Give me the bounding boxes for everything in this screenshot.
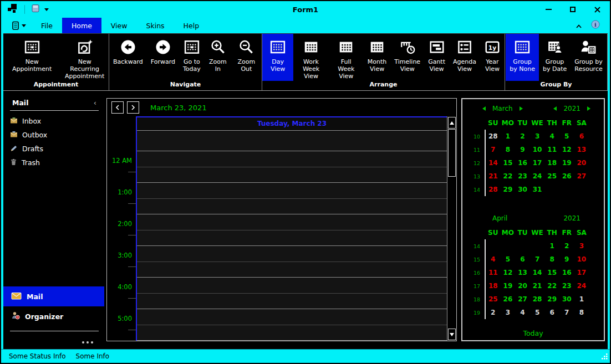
calendar-day[interactable]: 4 (486, 253, 501, 266)
maximize-button[interactable] (569, 6, 577, 13)
calendar-day[interactable]: 7 (486, 143, 501, 156)
calendar-day[interactable]: 2 (515, 130, 530, 143)
calendar-day[interactable]: 19 (501, 279, 516, 293)
calendar-day[interactable]: 9 (515, 143, 530, 156)
time-slot[interactable] (137, 246, 447, 278)
tab-home[interactable]: Home (62, 18, 101, 33)
calendar-day[interactable]: 2 (486, 306, 501, 319)
calendar-day[interactable]: 1 (501, 130, 516, 143)
nav-button-organizer[interactable]: Organizer (3, 306, 104, 326)
calendar-day[interactable]: 30 (559, 293, 574, 306)
previous-year-arrow-icon[interactable] (553, 106, 557, 111)
calendar-day[interactable]: 14 (530, 266, 545, 279)
next-month-arrow-icon[interactable] (520, 106, 523, 111)
calendar-day[interactable]: 28 (486, 183, 501, 196)
ribbon-button-month-view[interactable]: Month View (364, 34, 390, 81)
ribbon-button-backward[interactable]: Backward (109, 34, 147, 81)
calendar-day[interactable]: 26 (501, 293, 516, 306)
calendar-day[interactable]: 2 (559, 239, 574, 253)
time-slot[interactable] (137, 309, 447, 341)
calendar-day[interactable]: 21 (486, 170, 501, 183)
calendar-day[interactable]: 25 (544, 170, 559, 183)
time-slot[interactable] (137, 151, 447, 183)
calendar-day[interactable]: 8 (501, 143, 516, 156)
sidebar-item-trash[interactable]: Trash (3, 156, 104, 170)
calendar-day[interactable]: 14 (486, 156, 501, 170)
calendar-day[interactable]: 25 (486, 293, 501, 306)
calendar-day[interactable]: 12 (501, 266, 516, 279)
ribbon-button-new-recurring-appointment[interactable]: New Recurring Appointment (60, 34, 109, 81)
calendar-day[interactable]: 30 (515, 183, 530, 196)
calendar-day[interactable]: 20 (574, 156, 589, 170)
ribbon-button-group-by-resource[interactable]: Group by Resource (571, 34, 606, 81)
calendar-day[interactable]: 27 (515, 293, 530, 306)
window-icon[interactable] (32, 4, 40, 15)
calendar-day[interactable]: 16 (515, 156, 530, 170)
calendar-day[interactable]: 15 (544, 266, 559, 279)
scrollbar-track[interactable] (447, 177, 456, 328)
calendar-day[interactable]: 4 (544, 130, 559, 143)
calendar-day[interactable]: 10 (574, 253, 589, 266)
calendar-day[interactable]: 7 (530, 253, 545, 266)
calendar-day[interactable]: 8 (544, 253, 559, 266)
ribbon-button-zoom-out[interactable]: Zoom Out (231, 34, 262, 81)
calendar-day[interactable]: 24 (530, 170, 545, 183)
ribbon-button-goto-today[interactable]: Go to Today (179, 34, 205, 81)
sidebar-item-outbox[interactable]: Outbox (3, 128, 104, 142)
calendar-day[interactable]: 26 (559, 170, 574, 183)
calendar-day[interactable]: 3 (501, 306, 516, 319)
calendar-day[interactable]: 17 (574, 266, 589, 279)
scroll-up-button[interactable] (448, 117, 456, 129)
calendar-day[interactable]: 18 (486, 279, 501, 293)
time-slot[interactable] (137, 183, 447, 214)
previous-day-button[interactable] (111, 101, 124, 114)
calendar-day[interactable]: 9 (559, 253, 574, 266)
previous-month-arrow-icon[interactable] (482, 106, 486, 111)
calendar-day[interactable]: 13 (574, 143, 589, 156)
ribbon-button-day-view[interactable]: Day View (262, 34, 293, 81)
calendar-day[interactable]: 5 (501, 253, 516, 266)
ribbon-button-new-appointment[interactable]: New Appointment (3, 34, 60, 81)
dropdown-caret-icon[interactable] (44, 8, 49, 11)
tab-help[interactable]: Help (174, 18, 209, 33)
calendar-day[interactable]: 7 (559, 306, 574, 319)
calendar-day[interactable]: 10 (530, 143, 545, 156)
ribbon-button-forward[interactable]: Forward (147, 34, 179, 81)
calendar-day[interactable]: 22 (501, 170, 516, 183)
calendar-day[interactable]: 13 (515, 266, 530, 279)
ribbon-button-zoom-in[interactable]: Zoom In (205, 34, 231, 81)
calendar-day[interactable]: 11 (544, 143, 559, 156)
calendar-day[interactable]: 6 (515, 253, 530, 266)
ribbon-button-full-week-view[interactable]: Full Week View (329, 34, 364, 81)
calendar-day[interactable]: 21 (530, 279, 545, 293)
calendar-day[interactable]: 24 (574, 279, 589, 293)
calendar-day[interactable]: 29 (501, 183, 516, 196)
resize-grip[interactable] (601, 353, 608, 361)
ribbon-button-group-by-date[interactable]: Group by Date (539, 34, 571, 81)
calendar-day[interactable]: 3 (574, 239, 589, 253)
sidebar-item-drafts[interactable]: Drafts (3, 142, 104, 156)
calendar-day[interactable]: 28 (530, 293, 545, 306)
calendar-day[interactable]: 20 (515, 279, 530, 293)
calendar-day[interactable]: 6 (574, 130, 589, 143)
scheduler-scrollbar[interactable] (447, 116, 456, 341)
calendar-day[interactable]: 5 (530, 306, 545, 319)
calendar-day[interactable]: 16 (559, 266, 574, 279)
ribbon-button-year-view[interactable]: 1yYear View (480, 34, 505, 81)
ribbon-button-group-by-none[interactable]: Group by None (506, 34, 539, 81)
calendar-day[interactable]: 31 (530, 183, 545, 196)
calendar-day[interactable]: 28 (486, 130, 501, 143)
calendar-day[interactable]: 23 (515, 170, 530, 183)
scrollbar-thumb[interactable] (448, 129, 456, 177)
calendar-day[interactable]: 23 (559, 279, 574, 293)
all-day-area[interactable] (137, 131, 447, 151)
calendar-day[interactable]: 29 (544, 293, 559, 306)
next-day-button[interactable] (127, 101, 139, 114)
calendar-day[interactable]: 1 (544, 239, 559, 253)
calendar-day[interactable]: 22 (544, 279, 559, 293)
sidebar-item-inbox[interactable]: Inbox (3, 114, 104, 128)
ribbon-button-agenda-view[interactable]: Agenda View (449, 34, 480, 81)
more-options-button[interactable] (3, 335, 104, 345)
calendar-day[interactable]: 18 (544, 156, 559, 170)
calendar-day[interactable]: 8 (574, 306, 589, 319)
